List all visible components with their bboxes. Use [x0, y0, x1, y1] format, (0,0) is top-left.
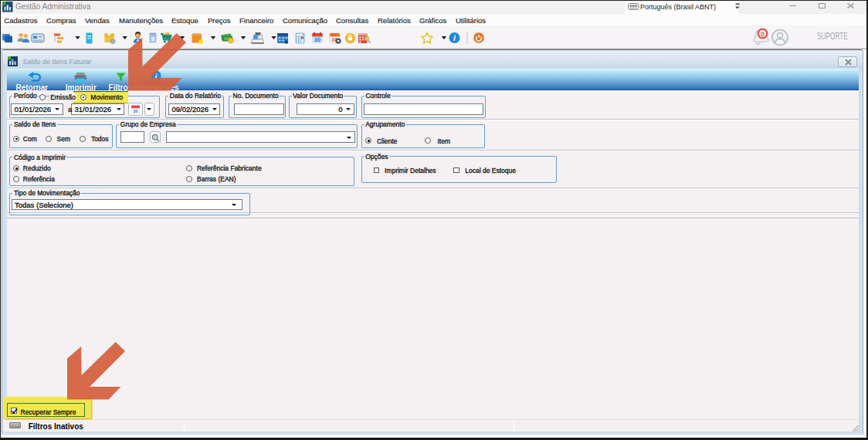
svg-text:30: 30	[314, 36, 320, 43]
svg-text:0: 0	[761, 30, 765, 38]
